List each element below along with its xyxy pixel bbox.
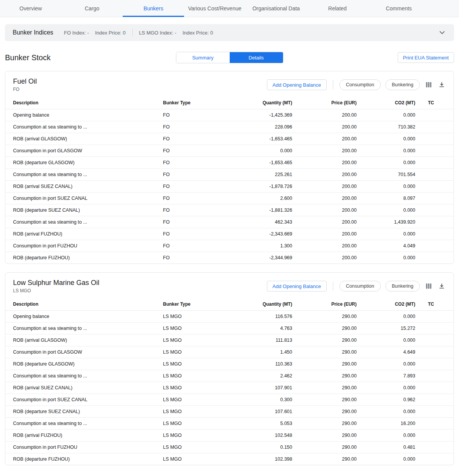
table-row: ROB (arrival GLASGOW)FO-1,653.465200.000… xyxy=(5,133,454,145)
table-cell: FO xyxy=(163,193,220,204)
table-cell xyxy=(415,358,454,370)
table-cell: 0.000 xyxy=(357,133,415,145)
chevron-down-icon[interactable] xyxy=(438,28,446,37)
table-cell: 290.00 xyxy=(292,323,357,334)
table-cell: 0.000 xyxy=(357,109,415,121)
consumption-button[interactable]: Consumption xyxy=(339,79,381,90)
table-cell: LS MGO xyxy=(163,453,220,465)
add-opening-balance-button[interactable]: Add Opening Balance xyxy=(267,281,327,292)
table-cell: FO xyxy=(163,133,220,145)
columns-icon[interactable] xyxy=(424,282,433,290)
table-row: ROB (departure SUEZ CANAL)LS MGO107.6012… xyxy=(5,406,454,418)
table-cell xyxy=(415,240,454,252)
table-cell: FO xyxy=(163,109,220,121)
table-cell: 290.00 xyxy=(292,311,357,323)
summary-toggle-button[interactable]: Summary xyxy=(176,52,230,63)
fuel-oil-table: Description Bunker Type Quantity (MT) Pr… xyxy=(5,97,454,264)
tab-various-cost-revenue[interactable]: Various Cost/Revenue xyxy=(184,0,245,17)
tab-related[interactable]: Related xyxy=(307,0,368,17)
table-cell: 200.00 xyxy=(292,169,357,181)
table-cell: 701.554 xyxy=(357,169,415,181)
table-cell: FO xyxy=(163,181,220,193)
table-cell: 290.00 xyxy=(292,382,357,394)
table-cell: ROB (departure SUEZ CANAL) xyxy=(5,406,163,418)
table-cell: LS MGO xyxy=(163,382,220,394)
ls-mgo-card: Low Sulphur Marine Gas Oil LS MGO Add Op… xyxy=(5,272,454,465)
consumption-button[interactable]: Consumption xyxy=(339,281,381,292)
table-cell: 0.000 xyxy=(357,252,415,264)
table-row: Consumption in port SUEZ CANALLS MGO0.30… xyxy=(5,394,454,406)
table-row: ROB (departure SUEZ CANAL)FO-1,881.32620… xyxy=(5,204,454,216)
table-cell: FO xyxy=(163,216,220,228)
table-cell: 462.343 xyxy=(220,216,292,228)
table-cell xyxy=(415,109,454,121)
ls-mgo-index-price-label: Index Price: 0 xyxy=(183,30,213,36)
table-cell: FO xyxy=(163,145,220,157)
table-cell: ROB (arrival GLASGOW) xyxy=(5,133,163,145)
table-cell: 200.00 xyxy=(292,193,357,204)
table-cell xyxy=(415,311,454,323)
card-subtitle: FO xyxy=(13,87,37,92)
fo-index-label: FO Index: - xyxy=(64,30,89,36)
ls-mgo-actions: Add Opening Balance Consumption Bunkerin… xyxy=(267,281,446,292)
actions-divider xyxy=(333,80,333,89)
table-row: Consumption at sea steaming to ...LS MGO… xyxy=(5,370,454,382)
header-bunker-type: Bunker Type xyxy=(163,298,220,311)
tab-organisational-data[interactable]: Organisational Data xyxy=(245,0,307,17)
table-cell: Opening balance xyxy=(5,311,163,323)
table-cell: LS MGO xyxy=(163,311,220,323)
tab-comments[interactable]: Comments xyxy=(368,0,429,17)
bunker-indices-bar[interactable]: Bunker Indices FO Index: - Index Price: … xyxy=(5,24,454,41)
table-row: Consumption in port FUZHOULS MGO0.150290… xyxy=(5,441,454,453)
details-toggle-button[interactable]: Details xyxy=(230,52,283,63)
bunkering-button[interactable]: Bunkering xyxy=(385,281,420,292)
table-cell: 0.000 xyxy=(357,145,415,157)
table-cell: FO xyxy=(163,252,220,264)
table-cell: LS MGO xyxy=(163,394,220,406)
table-cell: 200.00 xyxy=(292,157,357,169)
header-co2: CO2 (MT) xyxy=(357,97,415,109)
table-cell: 7.893 xyxy=(357,370,415,382)
download-icon[interactable] xyxy=(438,282,446,290)
table-cell: 290.00 xyxy=(292,430,357,441)
table-cell xyxy=(415,193,454,204)
bunkering-button[interactable]: Bunkering xyxy=(385,79,420,90)
table-cell xyxy=(415,334,454,346)
table-cell: Consumption at sea steaming to ... xyxy=(5,216,163,228)
table-cell: Consumption at sea steaming to ... xyxy=(5,121,163,133)
table-cell: -1,881.326 xyxy=(220,204,292,216)
card-subtitle: LS MGO xyxy=(13,288,99,293)
indices-divider xyxy=(132,29,133,36)
table-cell xyxy=(415,228,454,240)
header-price: Price (EUR) xyxy=(292,298,357,311)
table-cell: 0.150 xyxy=(220,441,292,453)
tab-overview[interactable]: Overview xyxy=(0,0,61,17)
print-eua-statement-button[interactable]: Print EUA Statement xyxy=(398,52,454,63)
ls-mgo-title-block: Low Sulphur Marine Gas Oil LS MGO xyxy=(13,279,99,293)
columns-icon[interactable] xyxy=(424,81,433,89)
header-quantity: Quantity (MT) xyxy=(220,298,292,311)
table-cell: 102.398 xyxy=(220,453,292,465)
tab-bunkers[interactable]: Bunkers xyxy=(123,0,184,17)
table-cell xyxy=(415,346,454,358)
download-icon[interactable] xyxy=(438,81,446,89)
table-cell: 200.00 xyxy=(292,228,357,240)
add-opening-balance-button[interactable]: Add Opening Balance xyxy=(267,79,327,90)
table-cell: LS MGO xyxy=(163,418,220,430)
table-row: ROB (arrival SUEZ CANAL)LS MGO107.901290… xyxy=(5,382,454,394)
table-cell: ROB (departure FUZHOU) xyxy=(5,453,163,465)
table-cell: 1,439.920 xyxy=(357,216,415,228)
table-cell: 0.000 xyxy=(357,204,415,216)
table-cell: FO xyxy=(163,169,220,181)
tab-cargo[interactable]: Cargo xyxy=(61,0,123,17)
table-cell: 0.481 xyxy=(357,441,415,453)
table-cell: 228.096 xyxy=(220,121,292,133)
table-cell: 0.000 xyxy=(357,382,415,394)
table-cell: 200.00 xyxy=(292,252,357,264)
table-cell: ROB (arrival FUZHOU) xyxy=(5,228,163,240)
table-cell: 290.00 xyxy=(292,334,357,346)
table-cell xyxy=(415,157,454,169)
table-cell: 4.763 xyxy=(220,323,292,334)
table-cell: 200.00 xyxy=(292,133,357,145)
table-row: Consumption at sea steaming to ...FO228.… xyxy=(5,121,454,133)
